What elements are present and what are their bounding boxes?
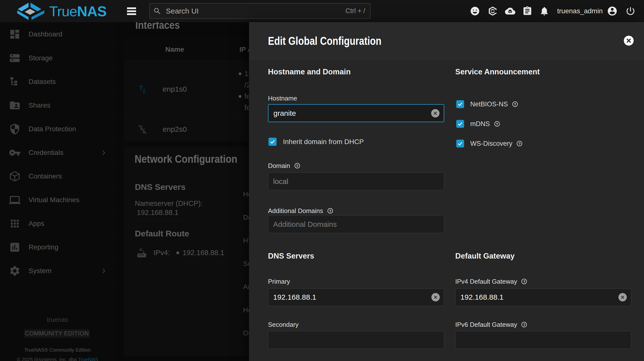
- help-icon[interactable]: ?: [512, 102, 518, 107]
- mdns-checkbox[interactable]: [456, 120, 464, 128]
- help-icon[interactable]: ?: [517, 141, 522, 146]
- secondary-dns-input[interactable]: [268, 331, 444, 349]
- ipv6-gateway-input[interactable]: [455, 331, 631, 349]
- search-placeholder: Search UI: [166, 7, 346, 15]
- truenas-logo[interactable]: TrueNAS: [16, 2, 106, 20]
- primary-dns-label: Primary: [268, 278, 290, 285]
- ws-discovery-row: WS-Discovery ?: [456, 140, 522, 148]
- username: truenas_admin: [557, 7, 603, 15]
- help-icon[interactable]: ?: [494, 121, 500, 127]
- help-icon[interactable]: ?: [522, 322, 527, 327]
- clear-input-icon[interactable]: [432, 293, 440, 301]
- additional-domains-label: Additional Domains ?: [268, 207, 333, 214]
- mdns-row: mDNS ?: [456, 120, 500, 128]
- edit-global-configuration-dialog: Edit Global Configuration Hostname and D…: [249, 22, 644, 361]
- topbar: TrueNAS Search UI Ctrl + / truenas_admin: [0, 0, 644, 22]
- jobs-clipboard-icon[interactable]: [522, 6, 532, 16]
- dialog-header: Edit Global Configuration: [249, 22, 644, 59]
- clear-input-icon[interactable]: [431, 109, 440, 118]
- inherit-domain-label: Inherit domain from DHCP: [283, 138, 364, 146]
- close-button[interactable]: [624, 36, 634, 46]
- dialog-title: Edit Global Configuration: [268, 35, 408, 47]
- domain-label: Domain ?: [268, 162, 300, 169]
- clear-input-icon[interactable]: [618, 293, 627, 301]
- search-input[interactable]: Search UI Ctrl + /: [149, 3, 370, 19]
- truenas-logo-mark: [16, 2, 46, 20]
- inherit-domain-checkbox[interactable]: [268, 138, 276, 146]
- ipv4-gateway-input[interactable]: 192.168.88.1: [455, 288, 631, 306]
- menu-toggle-icon[interactable]: [127, 8, 136, 15]
- hostname-label: Hostname: [268, 95, 297, 102]
- power-icon[interactable]: [625, 6, 636, 16]
- section-hostname-and-domain: Hostname and Domain: [268, 68, 351, 76]
- cloud-sync-icon[interactable]: [505, 6, 515, 16]
- help-icon[interactable]: ?: [328, 208, 333, 213]
- help-icon[interactable]: ?: [522, 279, 527, 284]
- alerts-bell-icon[interactable]: [539, 6, 550, 16]
- search-shortcut-hint: Ctrl + /: [346, 7, 365, 15]
- hostname-input[interactable]: granite: [268, 104, 444, 122]
- section-default-gateway: Default Gateway: [455, 252, 514, 260]
- ws-discovery-checkbox[interactable]: [456, 140, 464, 148]
- truenas-app: Dashboard Storage Datasets Shares: [0, 0, 644, 361]
- section-service-announcement: Service Announcement: [455, 68, 540, 76]
- domain-input[interactable]: local: [268, 172, 444, 190]
- feedback-smiley-icon[interactable]: [470, 6, 480, 16]
- search-icon: [153, 7, 162, 15]
- ipv6-gateway-label: IPv6 Default Gateway ?: [455, 321, 527, 328]
- account-circle-icon[interactable]: [607, 6, 617, 16]
- help-icon[interactable]: ?: [294, 163, 300, 168]
- inherit-domain-row: Inherit domain from DHCP: [268, 138, 364, 146]
- ipv4-gateway-label: IPv4 Default Gateway ?: [455, 278, 527, 285]
- primary-dns-input[interactable]: 192.168.88.1: [268, 288, 444, 306]
- secondary-dns-label: Secondary: [268, 321, 298, 328]
- section-dns-servers: DNS Servers: [268, 252, 314, 260]
- netbios-checkbox[interactable]: [456, 100, 464, 108]
- close-icon: [626, 38, 632, 43]
- mdns-label: mDNS: [470, 120, 490, 128]
- additional-domains-input[interactable]: Additional Domains: [268, 215, 444, 233]
- truecommand-icon[interactable]: [488, 6, 498, 16]
- netbios-label: NetBIOS-NS: [470, 101, 508, 108]
- netbios-row: NetBIOS-NS ?: [456, 100, 518, 108]
- ws-discovery-label: WS-Discovery: [470, 140, 512, 148]
